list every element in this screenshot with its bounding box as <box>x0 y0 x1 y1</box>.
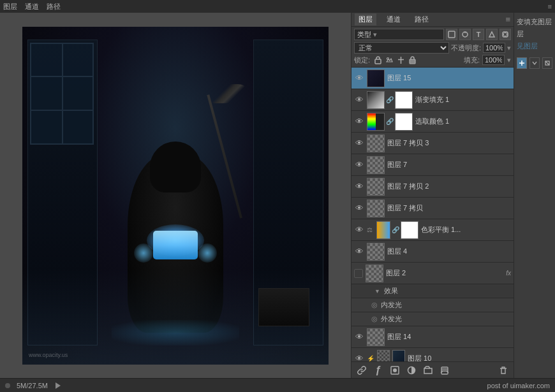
filter-pixel-icon[interactable] <box>446 29 457 40</box>
layer-name: 图层 7 拷贝 <box>387 203 511 213</box>
add-style-icon[interactable]: ƒ <box>372 364 385 377</box>
effect-visibility-toggle[interactable]: ◎ <box>371 316 378 323</box>
visibility-toggle[interactable] <box>354 269 363 278</box>
chain-icon: 🔗 <box>387 91 392 109</box>
panel-options-icon[interactable]: ≡ <box>505 15 510 24</box>
type-filter[interactable]: 类型 ▾ <box>354 29 444 40</box>
layers-panel: 图层 通道 路径 ≡ 类型 ▾ T <box>351 13 514 378</box>
blend-mode-row: 正常 不透明度: ▾ <box>354 42 511 54</box>
layer-thumbnail <box>367 91 385 109</box>
effect-item[interactable]: ◎ 外发光 <box>352 312 514 326</box>
menu-bar: 图层 通道 路径 ≡ <box>0 0 555 13</box>
layer-thumbnail <box>377 350 390 362</box>
blend-mode-select[interactable]: 正常 <box>354 42 449 54</box>
lock-transparency-icon[interactable] <box>373 55 383 65</box>
visibility-toggle[interactable]: 👁 <box>354 332 364 342</box>
layer-item[interactable]: 👁 图层 15 <box>352 68 514 89</box>
lock-icons <box>373 55 417 65</box>
menu-item-channels[interactable]: 通道 <box>25 2 39 11</box>
layer-mask-thumbnail <box>401 221 418 239</box>
hint-item-1: 变填充图层 <box>517 16 552 28</box>
add-mask-icon[interactable] <box>389 364 401 377</box>
small-btn-2[interactable] <box>529 57 540 69</box>
layer-name: 图层 2 <box>386 268 503 278</box>
svg-rect-0 <box>448 31 455 38</box>
layer-item[interactable]: 👁 🔗 选取颜色 1 <box>352 111 514 133</box>
visibility-toggle[interactable]: 👁 <box>354 182 364 192</box>
layer-item[interactable]: 图层 2 fx <box>352 263 514 284</box>
layer-item[interactable]: 👁 ⚡ 图层 10 <box>352 348 514 361</box>
visibility-toggle[interactable]: 👁 <box>354 117 364 127</box>
layer-list[interactable]: 👁 图层 15 👁 🔗 渐变填充 1 👁 🔗 <box>352 68 514 361</box>
menu-item-paths[interactable]: 路径 <box>47 2 61 11</box>
layer-item[interactable]: 👁 图层 7 <box>352 154 514 176</box>
effect-visibility-toggle[interactable]: ◎ <box>371 301 378 309</box>
visibility-toggle[interactable]: 👁 <box>354 247 364 257</box>
layer-mask-thumbnail <box>395 113 413 131</box>
create-group-icon[interactable] <box>422 364 434 377</box>
layer-name: 图层 14 <box>387 332 511 342</box>
opacity-label: 不透明度: <box>451 43 481 53</box>
new-layer-icon[interactable] <box>438 364 451 377</box>
visibility-toggle[interactable]: 👁 <box>354 203 364 214</box>
fill-input[interactable] <box>482 55 505 65</box>
opacity-arrow[interactable]: ▾ <box>507 44 511 52</box>
layer-item[interactable]: 👁 图层 7 拷贝 <box>352 198 514 219</box>
visibility-toggle[interactable]: 👁 <box>354 138 364 149</box>
hint-item-2: 层 <box>517 28 552 40</box>
filter-adjustment-icon[interactable] <box>459 29 471 40</box>
tab-layers[interactable]: 图层 <box>355 13 376 25</box>
lock-label: 锁定: <box>354 55 370 65</box>
layer-item[interactable]: 👁 ⚖ 🔗 色彩平衡 1... <box>352 219 514 241</box>
layers-bottom-toolbar: ƒ <box>352 361 514 378</box>
fill-arrow[interactable]: ▾ <box>507 56 511 64</box>
adjustment-icon: ⚖ <box>367 226 373 233</box>
svg-rect-8 <box>410 59 415 64</box>
menu-item-layers[interactable]: 图层 <box>3 2 17 11</box>
filter-shape-icon[interactable] <box>486 29 498 40</box>
layer-thumbnail <box>366 265 383 282</box>
visibility-toggle[interactable]: 👁 <box>354 73 364 83</box>
lock-position-icon[interactable] <box>396 55 406 65</box>
create-fill-icon[interactable] <box>405 364 418 377</box>
svg-point-7 <box>387 57 389 59</box>
layer-thumbnail <box>367 134 385 152</box>
layer-name: 图层 15 <box>387 73 511 83</box>
small-btn-1[interactable] <box>517 57 527 69</box>
layer-thumbnail <box>367 69 385 87</box>
visibility-toggle[interactable]: 👁 <box>354 354 364 362</box>
tab-channels[interactable]: 通道 <box>383 13 404 25</box>
svg-point-10 <box>393 368 397 372</box>
layer-item[interactable]: 👁 图层 7 拷贝 2 <box>352 176 514 198</box>
visibility-toggle[interactable]: 👁 <box>354 225 364 235</box>
layer-item[interactable]: 👁 图层 4 <box>352 241 514 263</box>
layer-item[interactable]: 👁 图层 14 <box>352 326 514 348</box>
layer-name: 渐变填充 1 <box>415 95 511 105</box>
lock-all-icon[interactable] <box>407 55 417 65</box>
filter-text-icon[interactable]: T <box>473 29 484 40</box>
layer-item[interactable]: 👁 图层 7 拷贝 3 <box>352 133 514 154</box>
nav-arrow-right[interactable] <box>54 382 62 389</box>
collapse-arrow[interactable]: ▼ <box>374 288 380 294</box>
link-layers-icon[interactable] <box>355 364 368 377</box>
lock-image-icon[interactable] <box>384 55 394 65</box>
opacity-input[interactable] <box>483 43 505 53</box>
small-btn-3[interactable] <box>542 57 552 69</box>
panel-menu-icon[interactable]: ≡ <box>548 3 552 10</box>
site-credit: post of uimaker.com <box>487 382 550 389</box>
visibility-toggle[interactable]: 👁 <box>354 160 364 170</box>
effect-item[interactable]: ◎ 内发光 <box>352 298 514 312</box>
layer-item[interactable]: 👁 🔗 渐变填充 1 <box>352 89 514 111</box>
tab-paths[interactable]: 路径 <box>411 13 433 25</box>
watermark: www.opacity.us <box>29 352 68 358</box>
effects-header: ▼ 效果 <box>352 284 514 298</box>
visibility-toggle[interactable]: 👁 <box>354 95 364 105</box>
lock-row: 锁定: 填充: ▾ <box>354 55 511 65</box>
filter-smart-icon[interactable] <box>500 29 511 40</box>
effects-label: 效果 <box>384 286 398 296</box>
layer-thumbnail <box>367 243 385 261</box>
nav-arrow-left[interactable] <box>5 383 10 388</box>
layer-thumbnail <box>376 221 390 239</box>
delete-layer-icon[interactable] <box>497 364 510 377</box>
link-icon: ⚡ <box>367 355 374 361</box>
